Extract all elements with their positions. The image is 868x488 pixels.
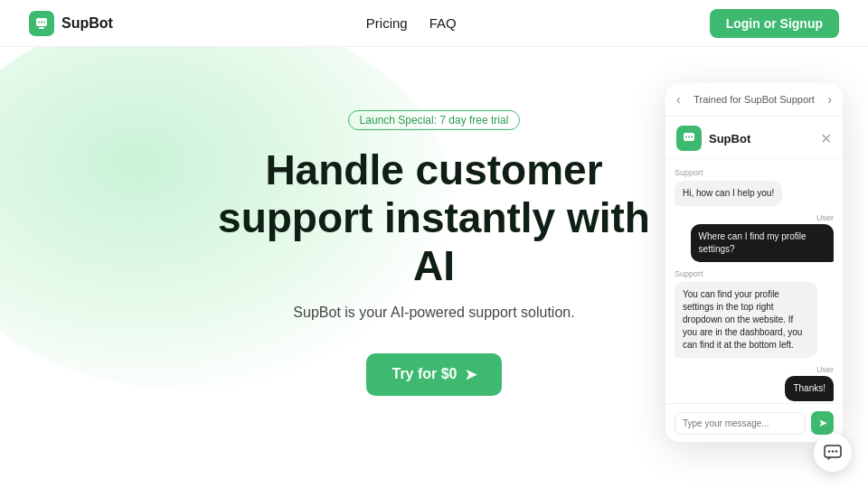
nav-link-pricing[interactable]: Pricing [366,15,408,31]
logo-text: SupBot [61,15,113,32]
svg-point-12 [835,450,837,452]
msg-label-support-2: Support [675,269,834,278]
msg-bubble-user-1: Where can I find my profile settings? [691,224,834,262]
chat-nav-title: Trained for SupBot Support [693,94,815,105]
svg-point-3 [41,21,42,23]
cta-label: Try for $0 [392,366,457,382]
msg-bubble-support-2: You can find your profile settings in th… [675,282,817,358]
hero-headline: Handle customer support instantly with A… [199,146,669,290]
svg-point-7 [688,136,690,138]
login-signup-button[interactable]: Login or Signup [710,9,839,38]
svg-point-6 [685,136,687,138]
chat-bot-name: SupBot [709,132,750,145]
msg-bubble-user-2: Thanks! [785,376,834,401]
svg-point-2 [38,21,40,23]
msg-bubble-support-1: Hi, how can I help you! [675,181,782,206]
logo-icon [29,11,54,36]
msg-label-user-2: User [816,365,834,374]
logo-area: SupBot [29,11,113,36]
chat-body: Support Hi, how can I help you! User Whe… [665,159,843,403]
send-icon: ➤ [818,417,827,429]
chat-input-area: ➤ [665,403,843,442]
chat-nav: ‹ Trained for SupBot Support › [665,83,843,117]
message-group-2: User Where can I find my profile setting… [675,213,834,262]
message-group-3: Support You can find your profile settin… [675,269,834,358]
msg-label-support-1: Support [675,168,834,177]
svg-point-4 [43,21,45,23]
nav-links: Pricing FAQ [366,15,457,31]
nav-link-faq[interactable]: FAQ [429,15,457,31]
chat-header: SupBot ✕ [665,117,843,159]
try-for-free-button[interactable]: Try for $0 ➤ [366,353,501,396]
svg-point-10 [828,450,830,452]
next-arrow-icon[interactable]: › [827,92,832,107]
floating-chat-button[interactable] [814,434,852,472]
chat-message-input[interactable] [675,412,806,435]
arrow-icon: ➤ [465,366,476,383]
msg-label-user-1: User [816,213,834,222]
launch-badge: Launch Special: 7 day free trial [348,110,521,130]
svg-point-11 [832,450,834,452]
hero-section: Launch Special: 7 day free trial Handle … [0,47,868,488]
svg-point-8 [691,136,693,138]
chat-send-button[interactable]: ➤ [811,411,834,435]
prev-arrow-icon[interactable]: ‹ [676,92,681,107]
message-group-4: User Thanks! [675,365,834,401]
svg-rect-1 [39,27,44,29]
hero-subtext: SupBot is your AI-powered support soluti… [293,305,574,321]
navbar: SupBot Pricing FAQ Login or Signup [0,0,868,47]
chat-widget: ‹ Trained for SupBot Support › SupBot ✕ … [665,83,843,442]
message-group-1: Support Hi, how can I help you! [675,168,834,206]
chat-close-icon[interactable]: ✕ [820,130,832,147]
chat-avatar [676,126,702,151]
